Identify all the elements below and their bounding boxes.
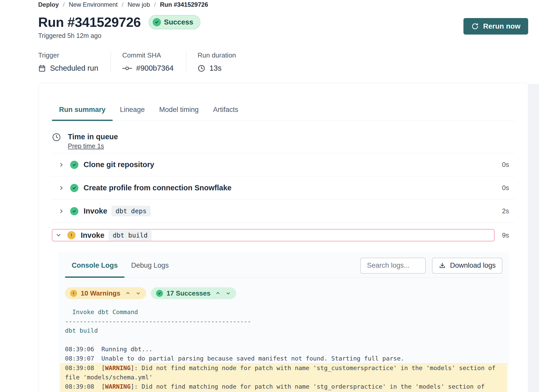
step-clone-git-repository[interactable]: Clone git repository 0s [52,153,514,176]
run-meta: Trigger Scheduled run Commit SHA #900b73… [38,51,528,72]
status-badge-label: Success [164,18,193,26]
tab-model-timing[interactable]: Model timing [152,106,206,120]
step-title: Create profile from connection Snowflake [84,184,232,192]
command-chip: dbt deps [111,206,151,216]
meta-duration: Run duration 13s [186,51,248,72]
success-check-icon [70,207,78,215]
log-warning-line: 08:39:08[WARNING]: Did not find matching… [65,382,502,392]
log-warning-block: 08:39:08[WARNING]: Did not find matching… [60,363,507,392]
rerun-now-button[interactable]: Rerun now [463,18,528,35]
chevron-right-icon[interactable] [58,208,64,214]
step-title: Invoke [84,207,107,215]
chevron-down-icon[interactable] [135,290,141,296]
meta-duration-label: Run duration [198,51,236,59]
download-logs-button[interactable]: Download logs [432,258,502,274]
log-warning-line: 08:39:08[WARNING]: Did not find matching… [65,363,502,382]
breadcrumb-new-job[interactable]: New job [128,1,150,8]
logs-header: Console Logs Debug Logs Download logs [65,257,502,277]
triggered-text: Triggered 5h 12m ago [38,32,200,39]
check-circle-icon [156,290,163,297]
log-tabs: Console Logs Debug Logs [65,257,175,274]
warning-icon [70,290,77,297]
download-icon [439,262,446,269]
page-header: Run #341529726 Success Triggered 5h 12m … [38,14,528,39]
search-logs-input[interactable] [360,258,426,274]
meta-duration-value: 13s [209,64,222,72]
calendar-icon [38,64,46,72]
status-badge: Success [149,15,201,29]
log-separator-line: ----------------------------------------… [65,317,502,326]
chevron-down-icon[interactable] [55,232,62,238]
chevron-down-icon[interactable] [225,290,231,296]
chevron-right-icon[interactable] [58,162,64,168]
download-logs-label: Download logs [450,262,496,270]
tab-artifacts[interactable]: Artifacts [206,106,246,120]
step-duration: 2s [495,207,509,215]
log-command: dbt build [65,326,502,335]
warning-icon [67,231,76,239]
step-invoke-dbt-build-wrap: Invoke dbt build 9s [52,223,514,241]
success-check-icon [70,161,78,169]
clock-icon [198,64,205,72]
time-in-queue-section: Time in queue Prep time 1s [52,132,514,153]
step-create-profile[interactable]: Create profile from connection Snowflake… [52,176,514,199]
meta-commit: Commit SHA #900b7364 [111,51,186,72]
tab-lineage[interactable]: Lineage [113,106,152,120]
refresh-icon [471,22,479,30]
step-duration: 0s [495,161,509,169]
logs-panel: Console Logs Debug Logs Download logs [58,252,509,392]
tab-debug-logs[interactable]: Debug Logs [125,257,176,274]
warnings-badge-label: 10 Warnings [81,289,120,297]
page-title: Run #341529726 [38,14,141,30]
successes-badge[interactable]: 17 Successes [151,287,236,299]
scroll-gutter [528,84,539,392]
run-detail-page: Deploy / New Environment / New job / Run… [0,0,539,392]
chevron-up-icon[interactable] [215,290,221,296]
warnings-badge[interactable]: 10 Warnings [65,287,146,299]
tab-run-summary[interactable]: Run summary [52,106,113,120]
commit-icon [122,66,132,70]
chevron-up-icon[interactable] [125,290,131,296]
breadcrumb-separator: / [154,1,156,8]
console-log-output: Invoke dbt Command ---------------------… [65,307,502,392]
meta-trigger-label: Trigger [38,51,98,59]
chevron-right-icon[interactable] [58,185,64,191]
successes-badge-label: 17 Successes [167,289,211,297]
clock-icon [52,133,61,150]
breadcrumb: Deploy / New Environment / New job / Run… [38,1,528,8]
breadcrumb-separator: / [122,1,124,8]
check-circle-icon [153,18,161,26]
breadcrumb-deploy[interactable]: Deploy [38,1,59,8]
breadcrumb-current-run: Run #341529726 [160,1,208,8]
tab-console-logs[interactable]: Console Logs [65,257,125,274]
log-command-title: Invoke dbt Command [65,307,502,317]
log-line: 08:39:06Running dbt... [65,345,502,354]
rerun-now-label: Rerun now [483,22,520,30]
breadcrumb-separator: / [63,1,65,8]
log-filter-badges: 10 Warnings 17 Successes [65,287,502,299]
log-line: 08:39:07Unable to do partial parsing bec… [65,354,502,363]
breadcrumb-new-environment[interactable]: New Environment [69,1,118,8]
run-tabs: Run summary Lineage Model timing Artifac… [52,106,514,121]
log-blank-line [65,335,502,345]
step-invoke-dbt-deps[interactable]: Invoke dbt deps 2s [52,199,514,223]
run-summary-card: Run summary Lineage Model timing Artifac… [38,83,528,392]
step-title: Clone git repository [84,160,154,169]
meta-commit-label: Commit SHA [122,51,174,59]
prep-time-link[interactable]: Prep time 1s [68,142,104,150]
queue-title: Time in queue [68,132,118,141]
command-chip: dbt build [109,230,152,241]
step-title: Invoke [81,231,104,240]
meta-trigger-value: Scheduled run [50,64,98,72]
step-duration: 0s [495,184,509,192]
step-duration: 9s [495,231,509,239]
success-check-icon [70,184,78,192]
meta-commit-value: #900b7364 [136,64,174,72]
step-invoke-dbt-build[interactable]: Invoke dbt build [52,229,495,241]
meta-trigger: Trigger Scheduled run [38,51,111,72]
